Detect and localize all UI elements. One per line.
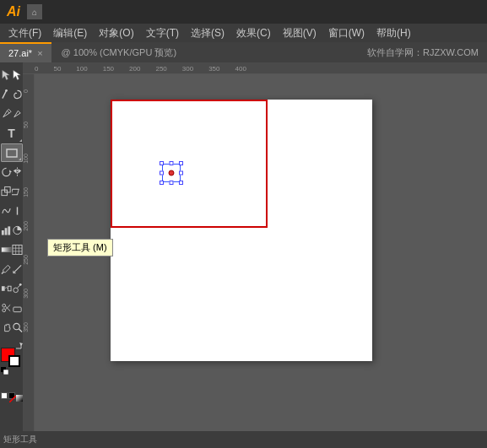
menu-item-f[interactable]: 文件(F) [3, 24, 46, 42]
selection-tools-2 [1, 85, 23, 104]
scale-tools [1, 182, 23, 201]
color-mode-buttons [8, 375, 15, 391]
menu-item-c[interactable]: 效果(C) [231, 24, 276, 42]
menu-item-v[interactable]: 视图(V) [278, 24, 322, 42]
svg-text:300: 300 [23, 289, 29, 299]
svg-point-30 [19, 283, 21, 286]
left-toolbar: T [0, 62, 23, 431]
handle-bottom-mid[interactable] [170, 181, 174, 185]
none-button[interactable] [8, 392, 15, 399]
hand-tool[interactable] [1, 318, 12, 337]
selected-object[interactable] [160, 161, 183, 185]
special-tools [1, 279, 23, 298]
handle-bottom-left[interactable] [160, 181, 164, 185]
menu-item-w[interactable]: 窗口(W) [323, 24, 370, 42]
gradient-tool[interactable] [1, 240, 12, 259]
home-button[interactable]: ⌂ [27, 4, 42, 19]
menu-item-e[interactable]: 编辑(E) [48, 24, 92, 42]
fill-button[interactable] [1, 392, 8, 399]
reflect-tool[interactable] [12, 163, 23, 181]
status-text: 矩形工具 [3, 434, 37, 445]
pie-graph-tool[interactable] [12, 221, 23, 240]
svg-rect-43 [16, 395, 23, 402]
symbol-sprayer-tool[interactable] [12, 279, 23, 298]
handle-mid-right[interactable] [179, 171, 183, 175]
add-anchor-tool[interactable] [12, 105, 23, 123]
graph-tools [1, 221, 23, 240]
title-bar: Ai ⌂ [0, 0, 487, 24]
menu-item-t[interactable]: 文字(T) [141, 24, 184, 42]
scissors-tool[interactable] [1, 299, 12, 317]
stroke-color-swatch[interactable] [8, 355, 20, 367]
home-icon: ⌂ [32, 8, 37, 17]
canvas-content[interactable]: 矩形工具 (M) [35, 74, 487, 431]
svg-rect-13 [1, 230, 3, 235]
column-graph-tool[interactable] [1, 221, 12, 240]
svg-marker-0 [2, 70, 8, 79]
magic-wand-tool[interactable] [1, 85, 12, 104]
svg-rect-28 [8, 286, 11, 291]
lasso-tool[interactable] [12, 85, 23, 104]
svg-marker-8 [18, 169, 21, 174]
main-layout: T [0, 62, 487, 431]
handle-top-left[interactable] [160, 161, 164, 165]
handle-bottom-right[interactable] [179, 181, 183, 185]
svg-rect-35 [13, 307, 20, 312]
svg-rect-17 [1, 247, 10, 252]
swap-colors-button[interactable] [14, 341, 23, 349]
tab-close-button[interactable]: × [37, 48, 42, 58]
svg-line-42 [9, 396, 16, 402]
blend-tool[interactable] [1, 279, 12, 298]
menu-item-h[interactable]: 帮助(H) [371, 24, 416, 42]
pen-tool[interactable] [1, 105, 12, 123]
direct-selection-tool[interactable] [12, 66, 23, 84]
menu-item-s[interactable]: 选择(S) [186, 24, 230, 42]
measure-tool[interactable] [12, 260, 23, 278]
shear-tool[interactable] [12, 182, 23, 201]
width-tool[interactable] [12, 202, 23, 220]
ai-logo: Ai [7, 4, 20, 19]
svg-rect-27 [1, 286, 4, 291]
svg-marker-7 [13, 169, 16, 174]
color-button[interactable] [8, 375, 15, 391]
svg-rect-14 [4, 228, 7, 235]
rectangle-tool[interactable] [1, 143, 23, 162]
type-tool[interactable]: T [1, 124, 23, 143]
eyedropper-tool[interactable] [1, 260, 12, 278]
tab-info: @ 100% (CMYK/GPU 预览) [51, 46, 187, 59]
default-colors-button[interactable] [1, 365, 8, 373]
horizontal-ruler: 0 50 100 150 200 250 300 350 400 [23, 62, 487, 74]
svg-marker-38 [19, 343, 23, 346]
svg-text:100: 100 [23, 154, 29, 164]
menu-item-o[interactable]: 对象(O) [94, 24, 138, 42]
v-ruler-svg: 0 50 100 150 200 250 300 350 [23, 74, 35, 431]
red-rectangle[interactable] [111, 100, 268, 228]
handle-mid-left[interactable] [160, 171, 164, 175]
rotate-tool[interactable] [1, 163, 12, 181]
svg-text:0: 0 [23, 89, 29, 93]
handle-top-right[interactable] [179, 161, 183, 165]
warp-tool[interactable] [1, 202, 12, 220]
svg-point-36 [13, 323, 19, 329]
bottom-bar: 矩形工具 [0, 431, 487, 448]
tab-label: 27.ai* [8, 48, 32, 58]
active-tab[interactable]: 27.ai* × [0, 42, 51, 62]
svg-rect-41 [8, 377, 14, 389]
mesh-tool[interactable] [12, 240, 23, 259]
gradient-button[interactable] [16, 392, 23, 399]
handle-top-mid[interactable] [170, 161, 174, 165]
fill-buttons [1, 392, 23, 399]
selection-tool[interactable] [1, 66, 12, 84]
eraser-tool[interactable] [12, 299, 23, 317]
rectangle-icon [6, 147, 18, 159]
site-label: 软件自学网：RJZXW.COM [367, 46, 487, 59]
zoom-tool[interactable] [12, 318, 23, 337]
svg-marker-1 [13, 70, 19, 79]
selection-center [169, 170, 175, 176]
scale-tool[interactable] [1, 182, 12, 201]
svg-line-2 [2, 90, 6, 98]
cut-tools [1, 299, 23, 317]
pen-tools [1, 105, 23, 123]
svg-line-24 [13, 265, 20, 273]
svg-point-31 [2, 304, 5, 307]
